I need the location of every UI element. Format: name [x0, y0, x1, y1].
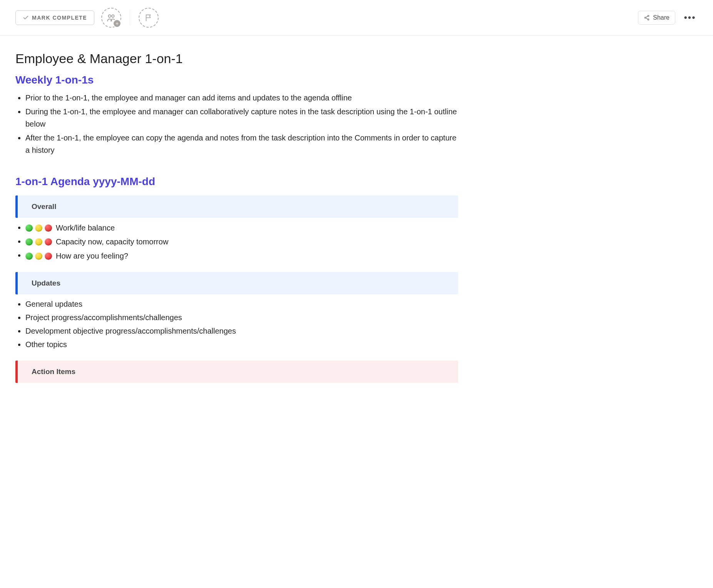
status-dot-green — [25, 252, 33, 260]
status-dot-yellow — [35, 252, 42, 260]
list-item: How are you feeling? — [25, 249, 458, 262]
list-item: Prior to the 1-on-1, the employee and ma… — [25, 92, 458, 104]
mark-complete-button[interactable]: Mark Complete — [15, 10, 94, 25]
list-item: Development objective progress/accomplis… — [25, 324, 458, 338]
share-button[interactable]: Share — [638, 11, 675, 25]
list-item: After the 1-on-1, the employee can copy … — [25, 132, 458, 156]
section-header-overall: Overall — [15, 195, 458, 218]
document-content: Employee & Manager 1-on-1 Weekly 1-on-1s… — [0, 36, 474, 409]
add-badge-icon: + — [113, 19, 121, 28]
svg-line-6 — [646, 18, 648, 19]
toolbar: Mark Complete + Share ••• — [0, 0, 713, 36]
item-text: Work/life balance — [56, 221, 115, 235]
priority-flag-button[interactable] — [139, 8, 159, 28]
page-title: Employee & Manager 1-on-1 — [15, 51, 458, 66]
status-dot-red — [45, 252, 52, 260]
list-item: Project progress/accomplishments/challen… — [25, 311, 458, 324]
weekly-heading[interactable]: Weekly 1-on-1s — [15, 74, 458, 86]
section-header-action-items: Action Items — [15, 361, 458, 383]
more-menu-button[interactable]: ••• — [682, 10, 698, 25]
weekly-bullets: Prior to the 1-on-1, the employee and ma… — [15, 92, 458, 156]
status-dot-green — [25, 238, 33, 246]
list-item: Capacity now, capacity tomorrow — [25, 235, 458, 249]
status-dot-yellow — [35, 238, 42, 246]
section-header-updates: Updates — [15, 272, 458, 294]
toolbar-separator — [130, 10, 130, 25]
list-item: General updates — [25, 297, 458, 311]
item-text: Capacity now, capacity tomorrow — [56, 235, 168, 249]
flag-icon — [144, 13, 153, 22]
agenda-heading[interactable]: 1-on-1 Agenda yyyy-MM-dd — [15, 175, 458, 188]
share-label: Share — [653, 14, 669, 21]
mark-complete-label: Mark Complete — [32, 15, 87, 21]
more-icon: ••• — [684, 12, 696, 23]
status-dot-red — [45, 224, 52, 232]
overall-items: Work/life balance Capacity now, capacity… — [15, 221, 458, 263]
svg-point-0 — [109, 15, 111, 17]
status-dot-yellow — [35, 224, 42, 232]
list-item: Work/life balance — [25, 221, 458, 235]
status-dot-green — [25, 224, 33, 232]
updates-items: General updates Project progress/accompl… — [15, 297, 458, 351]
svg-line-5 — [646, 16, 648, 17]
share-icon — [644, 15, 650, 21]
list-item: During the 1-on-1, the employee and mana… — [25, 105, 458, 130]
check-icon — [23, 15, 29, 21]
status-dot-red — [45, 238, 52, 246]
svg-point-1 — [112, 15, 114, 17]
assignees-button[interactable]: + — [101, 8, 121, 28]
list-item: Other topics — [25, 338, 458, 351]
item-text: How are you feeling? — [56, 249, 128, 263]
